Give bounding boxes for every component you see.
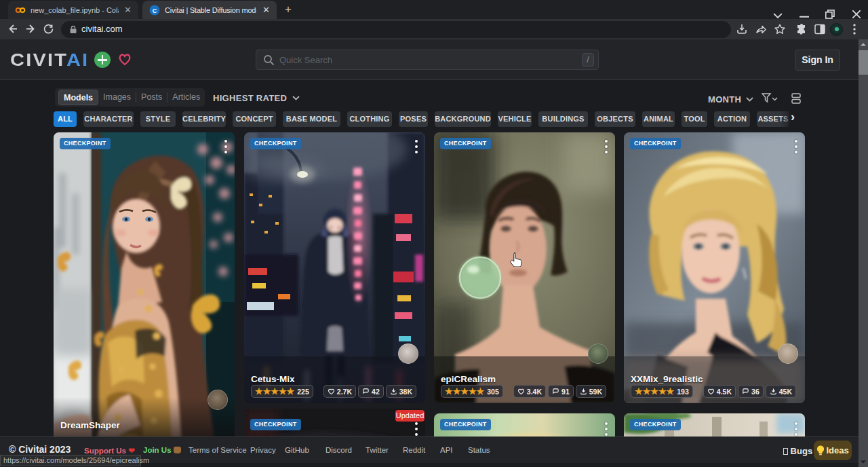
svg-text:C: C [153, 7, 157, 14]
